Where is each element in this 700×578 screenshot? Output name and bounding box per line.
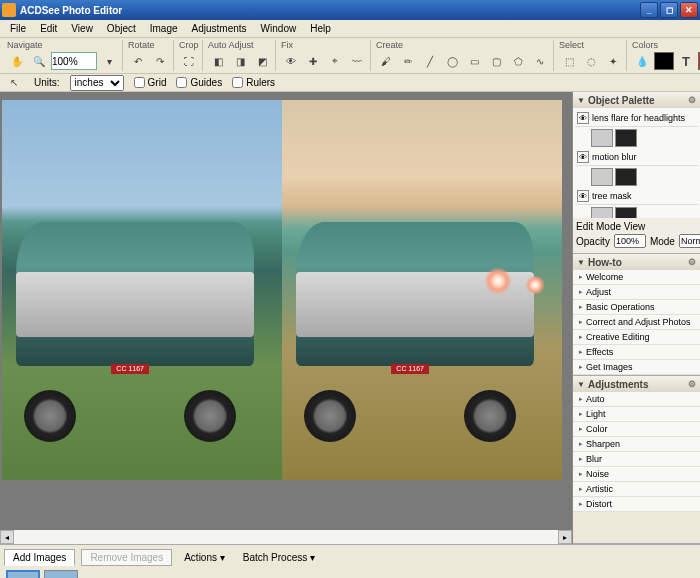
rect-tool-icon[interactable]: ▭ (464, 51, 484, 71)
adjustment-item[interactable]: Color (573, 422, 700, 437)
object-item[interactable]: 👁 lens flare for headlights (575, 110, 698, 127)
rect-select-icon[interactable]: ⬚ (559, 51, 579, 71)
group-fix-label: Fix (281, 40, 367, 50)
blend-mode-select[interactable] (679, 234, 700, 248)
actions-dropdown[interactable]: Actions ▾ (178, 550, 231, 565)
text-tool-icon[interactable]: T (676, 51, 696, 71)
shape-tool-icon[interactable]: ◯ (442, 51, 462, 71)
remove-images-button[interactable]: Remove Images (81, 549, 172, 566)
image-thumbnail[interactable] (6, 570, 40, 578)
horizontal-scrollbar[interactable]: ◂ ▸ (0, 530, 572, 544)
group-navigate-label: Navigate (7, 40, 119, 50)
polygon-tool-icon[interactable]: ⬠ (508, 51, 528, 71)
scroll-left-icon[interactable]: ◂ (0, 530, 14, 544)
units-label: Units: (34, 77, 60, 88)
group-colors-label: Colors (632, 40, 700, 50)
panel-menu-icon[interactable]: ⚙ (688, 95, 696, 105)
collapse-icon: ▼ (577, 96, 585, 105)
adjustment-item[interactable]: Artistic (573, 482, 700, 497)
panel-menu-icon[interactable]: ⚙ (688, 379, 696, 389)
zoom-dropdown-icon[interactable]: ▾ (99, 51, 119, 71)
close-button[interactable]: ✕ (680, 2, 698, 18)
crop-tool-icon[interactable]: ⛶ (179, 51, 199, 71)
object-item[interactable]: 👁 tree mask (575, 188, 698, 205)
adjustment-item[interactable]: Distort (573, 497, 700, 512)
wand-select-icon[interactable]: ✦ (603, 51, 623, 71)
auto-color-icon[interactable]: ◩ (252, 51, 272, 71)
canvas-area[interactable]: ◂ ▸ (0, 92, 572, 544)
titlebar: ACDSee Photo Editor _ ◻ ✕ (0, 0, 700, 20)
app-logo-icon (2, 3, 16, 17)
menu-image[interactable]: Image (144, 21, 184, 36)
heal-tool-icon[interactable]: ✚ (303, 51, 323, 71)
object-item[interactable]: 👁 motion blur (575, 149, 698, 166)
units-select[interactable]: inches (70, 75, 124, 91)
redeye-tool-icon[interactable]: 👁 (281, 51, 301, 71)
zoom-select[interactable] (51, 52, 97, 70)
adjustment-item[interactable]: Light (573, 407, 700, 422)
object-palette-header[interactable]: ▼ Object Palette ⚙ (573, 92, 700, 108)
grid-checkbox[interactable]: Grid (134, 77, 167, 88)
pencil-tool-icon[interactable]: ✏ (398, 51, 418, 71)
adjustments-header[interactable]: ▼ Adjustments ⚙ (573, 376, 700, 392)
rotate-right-icon[interactable]: ↷ (150, 51, 170, 71)
cursor-tool-icon[interactable]: ↖ (4, 73, 24, 93)
eyedropper-icon[interactable]: 💧 (632, 51, 652, 71)
howto-item[interactable]: Basic Operations (573, 300, 700, 315)
adjustments-panel: ▼ Adjustments ⚙ Auto Light Color Sharpen… (573, 376, 700, 544)
rulers-checkbox[interactable]: Rulers (232, 77, 275, 88)
menu-object[interactable]: Object (101, 21, 142, 36)
visibility-toggle-icon[interactable]: 👁 (577, 112, 589, 124)
howto-item[interactable]: Effects (573, 345, 700, 360)
guides-checkbox[interactable]: Guides (176, 77, 222, 88)
menu-window[interactable]: Window (255, 21, 303, 36)
clone-tool-icon[interactable]: ⌖ (325, 51, 345, 71)
batch-process-dropdown[interactable]: Batch Process ▾ (237, 550, 321, 565)
hand-tool-icon[interactable]: ✋ (7, 51, 27, 71)
group-autoadjust-label: Auto Adjust (208, 40, 272, 50)
adjustment-item[interactable]: Auto (573, 392, 700, 407)
panel-menu-icon[interactable]: ⚙ (688, 257, 696, 267)
collapse-icon: ▼ (577, 258, 585, 267)
mode-label: Mode (650, 236, 675, 247)
menu-file[interactable]: File (4, 21, 32, 36)
howto-item[interactable]: Creative Editing (573, 330, 700, 345)
freeform-tool-icon[interactable]: ∿ (530, 51, 550, 71)
rotate-left-icon[interactable]: ↶ (128, 51, 148, 71)
howto-item[interactable]: Correct and Adjust Photos (573, 315, 700, 330)
howto-item[interactable]: Get Images (573, 360, 700, 375)
adjustment-item[interactable]: Sharpen (573, 437, 700, 452)
adjustment-item[interactable]: Blur (573, 452, 700, 467)
minimize-button[interactable]: _ (640, 2, 658, 18)
howto-item[interactable]: Welcome (573, 270, 700, 285)
visibility-toggle-icon[interactable]: 👁 (577, 151, 589, 163)
auto-levels-icon[interactable]: ◧ (208, 51, 228, 71)
group-select-label: Select (559, 40, 623, 50)
group-rotate-label: Rotate (128, 40, 170, 50)
collapse-icon: ▼ (577, 380, 585, 389)
rounded-rect-icon[interactable]: ▢ (486, 51, 506, 71)
line-tool-icon[interactable]: ╱ (420, 51, 440, 71)
menu-help[interactable]: Help (304, 21, 337, 36)
howto-item[interactable]: Adjust (573, 285, 700, 300)
lasso-select-icon[interactable]: ◌ (581, 51, 601, 71)
add-images-button[interactable]: Add Images (4, 549, 75, 566)
object-palette-panel: ▼ Object Palette ⚙ 👁 lens flare for head… (573, 92, 700, 254)
howto-header[interactable]: ▼ How-to ⚙ (573, 254, 700, 270)
visibility-toggle-icon[interactable]: 👁 (577, 190, 589, 202)
auto-contrast-icon[interactable]: ◨ (230, 51, 250, 71)
smudge-tool-icon[interactable]: 〰 (347, 51, 367, 71)
scroll-right-icon[interactable]: ▸ (558, 530, 572, 544)
menu-edit[interactable]: Edit (34, 21, 63, 36)
opacity-input[interactable] (614, 234, 646, 248)
canvas-image (2, 100, 562, 480)
zoom-tool-icon[interactable]: 🔍 (29, 51, 49, 71)
group-create-label: Create (376, 40, 550, 50)
maximize-button[interactable]: ◻ (660, 2, 678, 18)
menu-adjustments[interactable]: Adjustments (186, 21, 253, 36)
foreground-color-swatch[interactable] (654, 52, 674, 70)
menu-view[interactable]: View (65, 21, 99, 36)
image-thumbnail[interactable] (44, 570, 78, 578)
brush-tool-icon[interactable]: 🖌 (376, 51, 396, 71)
adjustment-item[interactable]: Noise (573, 467, 700, 482)
